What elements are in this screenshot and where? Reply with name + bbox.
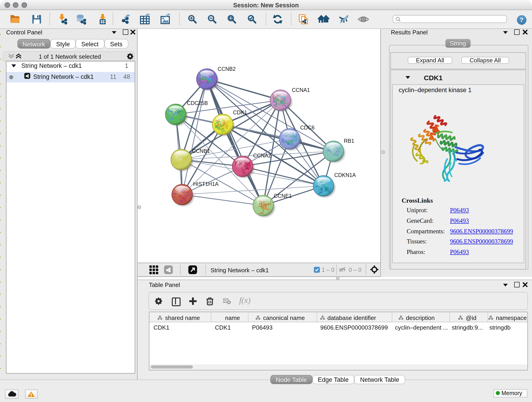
svg-text:CCNA1: CCNA1 (292, 87, 310, 93)
svg-text:CCNB1: CCNB1 (192, 148, 210, 154)
svg-text:CDC6: CDC6 (300, 124, 315, 130)
svg-text:CDK1: CDK1 (233, 109, 247, 115)
svg-text:HIST1H1A: HIST1H1A (193, 181, 219, 187)
svg-text:CCNB2: CCNB2 (218, 66, 236, 72)
svg-text:RB1: RB1 (344, 138, 354, 144)
svg-text:CDKN1A: CDKN1A (334, 172, 356, 178)
svg-text:CCNE1: CCNE1 (274, 193, 292, 199)
svg-text:CDC25B: CDC25B (187, 100, 208, 106)
svg-text:CCNA2: CCNA2 (253, 153, 271, 158)
